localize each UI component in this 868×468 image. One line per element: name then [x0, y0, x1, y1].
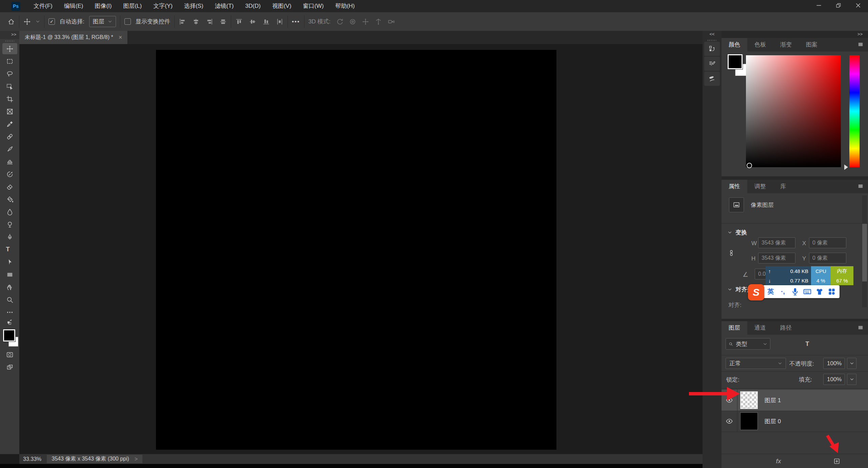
smart-object-filter-icon[interactable]	[831, 340, 839, 348]
history-brush-tool[interactable]	[2, 169, 17, 180]
path-selection-tool[interactable]	[2, 256, 17, 268]
clone-stamp-tool[interactable]	[2, 156, 17, 167]
english-mode-label[interactable]: 英	[766, 287, 775, 296]
link-dimensions-icon[interactable]	[728, 249, 735, 257]
type-tool[interactable]: T	[2, 244, 17, 255]
lock-image-pixels-icon[interactable]	[755, 376, 762, 383]
panel-menu-icon[interactable]	[853, 41, 868, 48]
new-group-icon[interactable]	[818, 457, 826, 465]
align-horizontal-centers-icon[interactable]	[192, 18, 200, 25]
object-selection-tool[interactable]	[2, 81, 17, 92]
brush-tool[interactable]	[2, 143, 17, 155]
tab-swatches[interactable]: 色板	[747, 38, 773, 52]
menu-edit[interactable]: 编辑(E)	[58, 0, 89, 12]
toolbox-collapse-button[interactable]: >>	[0, 31, 19, 39]
layer-filter-toggle[interactable]	[845, 340, 853, 348]
eraser-tool[interactable]	[2, 181, 17, 192]
menu-window[interactable]: 窗口(W)	[297, 0, 329, 12]
dodge-tool[interactable]	[2, 219, 17, 230]
foreground-color-swatch[interactable]	[728, 54, 743, 69]
align-vertical-centers-icon[interactable]	[219, 18, 227, 25]
eyedropper-tool[interactable]	[2, 118, 17, 130]
panel-collapse-button[interactable]: >>	[722, 31, 868, 38]
layer-name[interactable]: 图层 0	[765, 417, 781, 425]
keyboard-icon[interactable]	[803, 287, 812, 296]
layer-filter-dropdown[interactable]: 类型	[726, 338, 770, 350]
screen-mode-button[interactable]	[2, 362, 17, 373]
minimize-button[interactable]	[809, 0, 829, 11]
frame-tool[interactable]	[2, 106, 17, 117]
layer-thumbnail[interactable]	[740, 391, 758, 409]
pixel-layer-filter-icon[interactable]	[776, 340, 783, 348]
layer-thumbnail[interactable]	[740, 412, 758, 430]
height-field[interactable]: 3543 像素	[758, 253, 795, 264]
menu-3d[interactable]: 3D(D)	[239, 0, 266, 12]
align-right-edges-icon[interactable]	[206, 18, 213, 25]
zoom-tool[interactable]	[2, 294, 17, 305]
hue-slider[interactable]	[849, 55, 860, 167]
y-field[interactable]: 0 像素	[809, 253, 846, 264]
layer-row[interactable]: 图层 1	[722, 390, 868, 411]
opacity-dropdown-button[interactable]	[847, 358, 856, 369]
distribute-horizontal-icon[interactable]	[276, 18, 283, 25]
edit-toolbar-button[interactable]	[2, 307, 17, 318]
scrollbar-thumb[interactable]	[862, 224, 867, 281]
menu-help[interactable]: 帮助(H)	[330, 0, 361, 12]
adjustment-layer-filter-icon[interactable]	[790, 340, 797, 348]
menu-file[interactable]: 文件(F)	[28, 0, 58, 12]
lock-artboard-icon[interactable]	[777, 376, 784, 383]
rectangular-marquee-tool[interactable]	[2, 56, 17, 67]
quick-mask-button[interactable]	[2, 349, 17, 360]
hue-slider-arrow[interactable]	[844, 164, 848, 170]
current-tool-indicator[interactable]	[23, 18, 40, 25]
layer-row[interactable]: 图层 0	[722, 411, 868, 432]
lock-all-icon[interactable]	[789, 376, 795, 383]
rectangle-tool[interactable]	[2, 269, 17, 280]
tab-adjustments[interactable]: 调整	[747, 180, 773, 193]
panel-menu-icon[interactable]	[853, 324, 868, 331]
blur-tool[interactable]	[2, 206, 17, 217]
tab-layers[interactable]: 图层	[722, 321, 747, 335]
close-button[interactable]	[848, 0, 868, 11]
align-left-edges-icon[interactable]	[179, 18, 186, 25]
color-field-picker[interactable]	[747, 163, 752, 168]
type-layer-filter-icon[interactable]: T	[804, 340, 811, 348]
tab-patterns[interactable]: 图案	[799, 38, 825, 52]
align-top-edges-icon[interactable]	[235, 18, 243, 25]
zoom-level-field[interactable]: 33.33%	[23, 456, 41, 462]
menu-layer[interactable]: 图层(L)	[117, 0, 147, 12]
ime-logo[interactable]: S	[748, 284, 764, 300]
tab-libraries[interactable]: 库	[773, 180, 793, 193]
transform-section-header[interactable]: 变换	[728, 229, 747, 236]
crop-tool[interactable]	[2, 93, 17, 104]
tab-properties[interactable]: 属性	[722, 180, 747, 193]
fill-dropdown-button[interactable]	[847, 374, 856, 385]
tab-channels[interactable]: 通道	[747, 321, 773, 335]
menu-type[interactable]: 文字(Y)	[147, 0, 178, 12]
tab-gradients[interactable]: 渐变	[773, 38, 799, 52]
align-bottom-edges-icon[interactable]	[262, 18, 270, 25]
shape-layer-filter-icon[interactable]	[817, 340, 825, 348]
home-icon[interactable]	[7, 18, 15, 25]
foreground-background-colors[interactable]	[2, 329, 17, 348]
auto-select-checkbox[interactable]: ✓	[48, 18, 55, 25]
link-layers-icon[interactable]	[760, 457, 768, 465]
brushes-panel-button[interactable]	[704, 72, 720, 86]
x-field[interactable]: 0 像素	[809, 237, 846, 248]
width-field[interactable]: 3543 像素	[758, 237, 795, 248]
saturation-brightness-field[interactable]	[746, 55, 841, 167]
menu-select[interactable]: 选择(S)	[178, 0, 209, 12]
canvas[interactable]	[156, 50, 556, 450]
more-align-options-button[interactable]: •••	[292, 18, 300, 25]
dock-expand-button[interactable]: <<	[703, 31, 722, 38]
auto-select-dropdown[interactable]: 图层	[89, 16, 116, 27]
skin-icon[interactable]	[815, 287, 824, 296]
layer-name[interactable]: 图层 1	[765, 396, 781, 404]
show-transform-checkbox[interactable]	[124, 18, 131, 25]
move-tool[interactable]	[2, 43, 17, 54]
layer-style-icon[interactable]: fx	[775, 457, 782, 465]
spot-healing-brush-tool[interactable]	[2, 131, 17, 142]
pen-tool[interactable]	[2, 231, 17, 242]
distribute-vertical-centers-icon[interactable]	[249, 18, 256, 25]
brush-settings-panel-button[interactable]	[704, 57, 720, 71]
